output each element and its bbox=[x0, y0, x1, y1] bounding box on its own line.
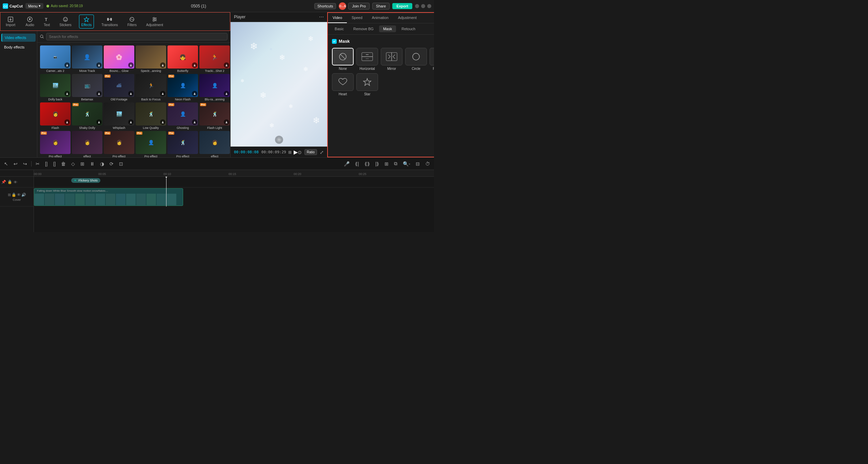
track-lock-button[interactable]: 🔒 bbox=[7, 180, 12, 184]
mic-button[interactable]: 🎤 bbox=[342, 160, 351, 167]
toolbar-effects[interactable]: Effects bbox=[79, 15, 94, 28]
mask-circle[interactable]: Circle bbox=[405, 48, 427, 71]
list-item[interactable]: 🌸 Bounc... Glow bbox=[104, 45, 134, 73]
list-item[interactable]: Pro 🕺 Shaky Dolly bbox=[72, 102, 102, 130]
crop2-button[interactable]: ⊡ bbox=[118, 160, 124, 167]
mask-star[interactable]: Star bbox=[356, 73, 378, 96]
toolbar-text[interactable]: T Text bbox=[42, 15, 52, 28]
detach-audio-button[interactable]: |⟫ bbox=[374, 160, 381, 167]
track-visible-button[interactable]: 👁 bbox=[14, 180, 17, 184]
list-item[interactable]: Pro 🕺 Flash Light bbox=[199, 102, 230, 130]
list-item[interactable]: 👤 Blu-ra...anning bbox=[199, 74, 230, 101]
tab-speed[interactable]: Speed bbox=[347, 13, 367, 23]
list-item[interactable]: 📺 Betamax bbox=[72, 74, 102, 101]
list-item[interactable]: 🏃 Back to Focus bbox=[136, 74, 166, 101]
close-button[interactable] bbox=[427, 4, 431, 8]
keyframe-button[interactable]: ◇ bbox=[70, 160, 76, 167]
player-menu-button[interactable]: ⋯ bbox=[319, 14, 324, 20]
clock-button[interactable]: ⏱ bbox=[424, 160, 431, 167]
import-button[interactable]: Import bbox=[3, 15, 18, 28]
list-item[interactable]: Pro 👩 Pro effect bbox=[40, 131, 71, 157]
list-item[interactable]: 🏃 Tracki...Shot 2 bbox=[199, 45, 230, 73]
fullscreen-button[interactable]: ⤢ bbox=[320, 150, 324, 155]
zoom-in-button[interactable]: ⊟ bbox=[414, 160, 421, 167]
svg-point-17 bbox=[153, 17, 155, 19]
list-item[interactable]: 👧 Butterfly bbox=[167, 45, 198, 73]
list-item[interactable]: 👩 Flash bbox=[40, 102, 71, 130]
mask-enabled-checkbox[interactable] bbox=[332, 39, 337, 44]
delete-button[interactable]: 🗑 bbox=[60, 160, 67, 167]
subtab-mask[interactable]: Mask bbox=[379, 25, 396, 32]
video-settings-icon[interactable] bbox=[275, 136, 283, 144]
split-audio-button[interactable]: ⟪| bbox=[354, 160, 360, 167]
tab-animation[interactable]: Animation bbox=[367, 13, 393, 23]
video-clip[interactable]: Falling down White Blue Smooth slow moti… bbox=[34, 188, 183, 206]
minimize-button[interactable] bbox=[415, 4, 419, 8]
list-item[interactable]: 👤 Move Track bbox=[72, 45, 102, 73]
tab-video[interactable]: Video bbox=[328, 13, 347, 23]
mask-rectangle[interactable]: Rectangle bbox=[430, 48, 434, 71]
effect-clip[interactable]: ✦ Flickery Shots bbox=[71, 178, 100, 183]
transform-button[interactable]: ⟳ bbox=[108, 160, 115, 167]
crop-button[interactable]: ⊞ bbox=[79, 160, 86, 167]
list-item[interactable]: 👩 effect bbox=[72, 131, 102, 157]
track-video-audio-button[interactable]: 🔊 bbox=[21, 193, 26, 197]
redo-button[interactable]: ↪ bbox=[22, 160, 28, 167]
ratio-button[interactable]: Ratio bbox=[304, 149, 317, 155]
split-button[interactable]: ✂ bbox=[34, 160, 41, 167]
shortcuts-button[interactable]: Shortcuts bbox=[314, 3, 336, 9]
trim-left-button[interactable]: [| bbox=[44, 160, 49, 167]
track-video-layout-button[interactable]: ⊞ bbox=[8, 193, 11, 197]
list-item[interactable]: Pro 🕺 Pro effect bbox=[167, 131, 198, 157]
list-item[interactable]: Spectr...anning bbox=[136, 45, 166, 73]
mask-mirror[interactable]: Mirror bbox=[381, 48, 402, 71]
join-button[interactable]: ⟪⟫ bbox=[363, 160, 371, 167]
color-match-button[interactable]: ◑ bbox=[99, 160, 105, 167]
list-item[interactable]: Pro 👩 Pro effect bbox=[104, 131, 134, 157]
sidebar-item-body-effects[interactable]: Body effects bbox=[1, 43, 36, 51]
mask-heart[interactable]: Heart bbox=[332, 73, 354, 96]
list-item[interactable]: Pro 👤 Pro effect bbox=[136, 131, 166, 157]
export-button[interactable]: Export bbox=[392, 3, 412, 9]
undo-button[interactable]: ↩ bbox=[12, 160, 19, 167]
mask-horizontal[interactable]: Horizontal bbox=[356, 48, 378, 71]
list-item[interactable]: Pro 👤 Neon Flash bbox=[167, 74, 198, 101]
playhead[interactable] bbox=[166, 177, 166, 207]
list-item[interactable]: Pro 🏙 Old Footage bbox=[104, 74, 134, 101]
select-tool-button[interactable]: ↖ bbox=[3, 160, 9, 167]
mask-none[interactable]: None bbox=[332, 48, 354, 71]
search-input[interactable] bbox=[46, 33, 228, 40]
maximize-button[interactable] bbox=[421, 4, 425, 8]
share-button[interactable]: Share bbox=[372, 3, 390, 9]
list-item[interactable]: 👩 effect bbox=[199, 131, 230, 157]
pro-badge: Pro bbox=[168, 75, 174, 78]
link-button[interactable]: ⊞ bbox=[383, 160, 390, 167]
toolbar-audio[interactable]: Audio bbox=[23, 15, 36, 28]
tab-adjustment[interactable]: Adjustment bbox=[393, 13, 421, 23]
join-pro-button[interactable]: Join Pro bbox=[348, 3, 369, 9]
freeze-button[interactable]: ⏸ bbox=[88, 160, 96, 167]
toolbar-stickers[interactable]: Stickers bbox=[57, 15, 74, 28]
list-item[interactable]: 🕺 Low Quality bbox=[136, 102, 166, 130]
list-item[interactable]: 📷 Camer...ats 2 bbox=[40, 45, 71, 73]
track-video-visible-button[interactable]: 👁 bbox=[17, 193, 21, 197]
trim-right-button[interactable]: |] bbox=[52, 160, 57, 167]
effect-track-controls: 📌 🔒 👁 bbox=[0, 177, 34, 188]
list-item[interactable]: 🏙️ Dolly back bbox=[40, 74, 71, 101]
copy-button[interactable]: ⧉ bbox=[393, 160, 399, 167]
play-button[interactable]: ▶ bbox=[294, 149, 298, 155]
menu-button[interactable]: Menu ▾ bbox=[25, 3, 43, 9]
list-item[interactable]: Pro 👤 Ghosting bbox=[167, 102, 198, 130]
fullscreen-preview-button[interactable]: ⊙ bbox=[298, 150, 302, 155]
list-item[interactable]: 🏙️ Whiplash bbox=[104, 102, 134, 130]
toolbar-filters[interactable]: Filters bbox=[125, 15, 139, 28]
sidebar-item-video-effects[interactable]: Video effects bbox=[1, 34, 36, 42]
track-pin-button[interactable]: 📌 bbox=[1, 180, 6, 184]
subtab-basic[interactable]: Basic bbox=[331, 25, 348, 32]
toolbar-adjustment[interactable]: Adjustment bbox=[144, 15, 165, 28]
subtab-retouch[interactable]: Retouch bbox=[397, 25, 419, 32]
subtab-remove-bg[interactable]: Remove BG bbox=[349, 25, 378, 32]
track-video-lock-button[interactable]: 🔒 bbox=[12, 193, 16, 197]
zoom-out-button[interactable]: 🔍- bbox=[401, 160, 412, 167]
toolbar-transitions[interactable]: Transitions bbox=[99, 15, 120, 28]
